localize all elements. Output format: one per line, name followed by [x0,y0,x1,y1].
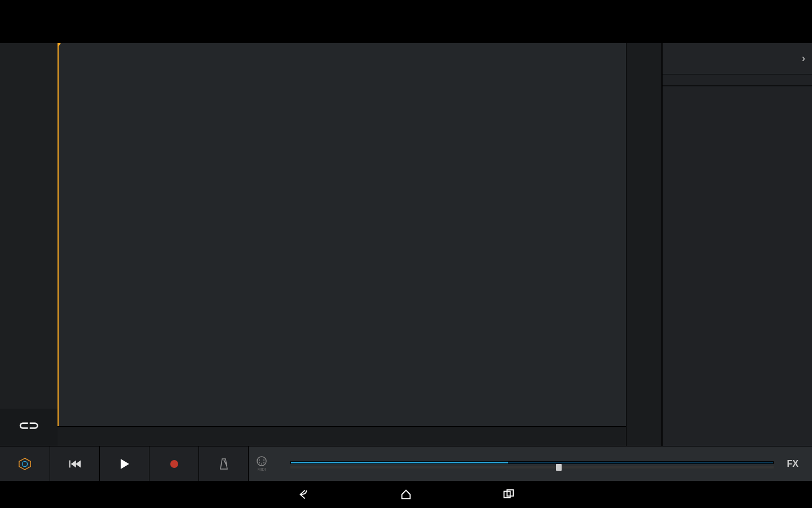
chevron-right-icon[interactable]: › [802,52,805,64]
record-button[interactable] [149,446,198,481]
svg-marker-0 [19,458,30,469]
svg-point-6 [170,460,178,468]
tracks-header [0,0,812,43]
svg-marker-3 [70,460,76,467]
track-list: ⊂⊃ [0,43,58,446]
transport-bar: MIDI FX [0,446,812,481]
gain-slider[interactable] [290,466,774,468]
metronome-button[interactable] [198,446,248,481]
output-gain[interactable] [290,459,774,468]
playhead[interactable] [58,43,59,426]
output-meter [290,461,774,464]
snap-control[interactable]: ⊂⊃ [0,409,58,446]
mixer-panel: › [662,43,812,446]
back-icon[interactable] [297,488,310,501]
magnet-icon: ⊂⊃ [19,418,39,433]
transport-info: MIDI FX [248,446,812,481]
pattern-editor[interactable] [58,43,626,446]
svg-marker-5 [121,459,129,469]
svg-point-13 [261,463,262,465]
timeline-ruler[interactable] [58,426,626,446]
recent-icon[interactable] [502,488,515,501]
svg-marker-4 [75,460,80,467]
play-button[interactable] [99,446,149,481]
master-fx-button[interactable]: FX [782,459,804,469]
svg-point-9 [259,459,260,461]
svg-point-11 [259,462,260,463]
channel-tools [626,43,662,446]
rewind-button[interactable] [50,446,99,481]
svg-rect-2 [69,460,70,467]
svg-point-12 [263,462,264,463]
midi-icon: MIDI [257,456,267,471]
logo-button[interactable] [0,446,50,481]
home-icon[interactable] [400,488,412,501]
mixer-subtitle [663,75,812,86]
svg-point-1 [22,461,27,466]
android-nav [0,481,812,508]
mixer-title[interactable]: › [663,43,812,75]
svg-point-10 [263,459,264,461]
